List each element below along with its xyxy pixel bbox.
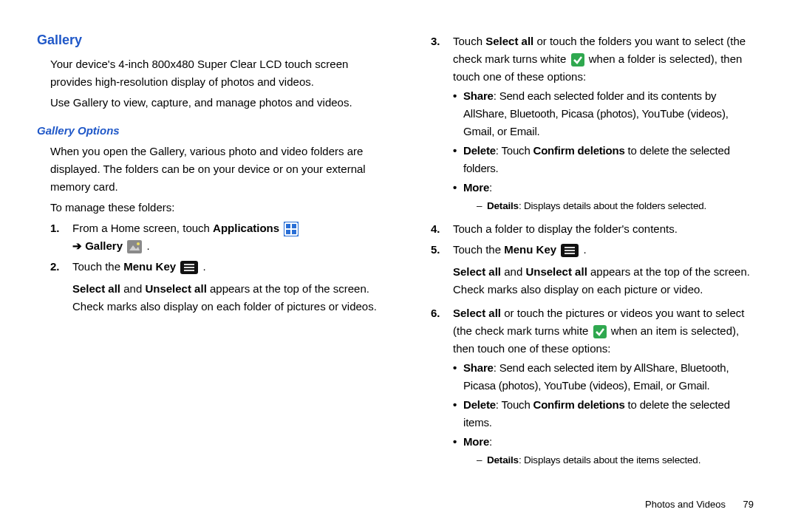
right-column: 3. Touch Select all or touch the folders… [417,30,761,510]
arrow-symbol: ➔ [72,239,85,252]
step-3: 3. Touch Select all or touch the folders… [417,33,761,217]
confirm-deletions-3: Confirm deletions [533,144,625,157]
svg-rect-3 [286,230,290,234]
and-5: and [501,265,525,278]
step-1-period: . [143,239,149,252]
details-text-6: : Displays details about the items selec… [519,454,700,466]
step-1-body: From a Home screen, touch Applications ➔… [72,219,381,255]
gallery-intro-2: Use Gallery to view, capture, and manage… [50,94,381,112]
step-5-body: Touch the Menu Key . Select all and Unse… [453,241,761,301]
menu-key-icon [561,244,579,257]
step-1-text-a: From a Home screen, touch [72,222,213,234]
step-3-options: •Share: Send each selected folder and it… [453,87,761,216]
step-3-a: Touch [453,35,485,47]
confirm-deletions-6: Confirm deletions [533,398,625,411]
step-2-result: Select all and Unselect all appears at t… [72,280,381,316]
checkmark-icon [571,53,584,66]
gallery-icon [127,240,142,253]
step-4-body: Touch a folder to display the folder's c… [453,220,761,238]
more-label-6: More [463,435,489,448]
step-6-body: Select all or touch the pictures or vide… [453,304,761,471]
delete-label-3: Delete [463,144,496,157]
step-6: 6. Select all or touch the pictures or v… [417,304,761,471]
svg-rect-11 [184,270,194,271]
svg-rect-1 [286,224,290,228]
applications-label: Applications [213,222,279,234]
select-all-text: Select all [72,282,120,295]
svg-point-7 [137,242,140,245]
gallery-options-desc: When you open the Gallery, various photo… [50,143,381,196]
svg-rect-17 [593,325,607,338]
svg-rect-15 [565,250,575,251]
step-3-number: 3. [431,33,453,217]
delete-t1-3: : Touch [496,144,533,157]
step-5-a: Touch the [453,243,504,256]
gallery-options-heading: Gallery Options [37,122,381,140]
svg-rect-5 [127,240,142,253]
opt-delete-3: •Delete: Touch Confirm deletions to dele… [453,142,761,177]
step-3-select-all: Select all [485,35,533,47]
left-steps: 1. From a Home screen, touch Application… [37,219,381,318]
details-label-6: Details [487,454,519,466]
footer-section: Photos and Videos [645,499,726,510]
share-label-3: Share [463,89,494,102]
share-text-6: : Send each selected item by AllShare, B… [463,361,729,392]
menu-key-icon [180,261,198,274]
step-3-body: Touch Select all or touch the folders yo… [453,33,761,217]
footer-page-number: 79 [743,499,754,510]
step-6-number: 6. [431,304,453,471]
opt-more-3: •More: –Details: Displays details about … [453,179,761,216]
opt-share-6: •Share: Send each selected item by AllSh… [453,359,761,395]
manage-folders-lead: To manage these folders: [50,199,381,216]
right-steps: 3. Touch Select all or touch the folders… [417,33,761,471]
opt-share-3: •Share: Send each selected folder and it… [453,87,761,140]
applications-icon [284,222,299,236]
step-4-number: 4. [431,220,453,238]
details-text-3: : Displays details about the folders sel… [519,200,706,211]
more-sublist-3: –Details: Displays details about the fol… [477,198,761,214]
menu-key-label: Menu Key [123,260,176,273]
step-2-body: Touch the Menu Key . Select all and Unse… [72,258,381,318]
svg-rect-9 [184,264,194,265]
details-6: –Details: Displays details about the ite… [477,452,761,468]
more-sublist-6: –Details: Displays details about the ite… [477,452,761,468]
page-footer: Photos and Videos 79 [645,499,754,510]
svg-rect-10 [184,267,194,268]
delete-label-6: Delete [463,398,496,411]
step-5-period: . [580,243,586,256]
opt-more-6: •More: –Details: Displays details about … [453,433,761,470]
delete-t1-6: : Touch [496,398,533,411]
unselect-all-5: Unselect all [525,265,587,278]
step-4: 4. Touch a folder to display the folder'… [417,220,761,238]
details-label-3: Details [487,200,519,211]
svg-rect-2 [292,224,296,228]
left-column: Gallery Your device's 4-inch 800x480 Sup… [37,30,381,510]
select-all-5: Select all [453,265,501,278]
and-text: and [120,282,145,295]
gallery-intro-1: Your device's 4-inch 800x480 Super Clear… [50,55,381,91]
step-5-result: Select all and Unselect all appears at t… [453,263,761,299]
share-text-3: : Send each selected folder and its cont… [463,89,729,137]
step-6-select-all: Select all [453,307,501,319]
svg-rect-14 [565,247,575,248]
opt-delete-6: •Delete: Touch Confirm deletions to dele… [453,396,761,432]
manual-page: Gallery Your device's 4-inch 800x480 Sup… [0,0,798,532]
step-2-text-a: Touch the [72,260,123,273]
step-5: 5. Touch the Menu Key . Select all and U… [417,241,761,301]
step-2: 2. Touch the Menu Key . Select all and U… [37,258,381,318]
unselect-all-text: Unselect all [145,282,206,295]
step-2-number: 2. [50,258,72,318]
svg-rect-12 [571,53,584,66]
svg-rect-4 [292,230,296,234]
share-label-6: Share [463,361,494,374]
details-3: –Details: Displays details about the fol… [477,198,761,214]
gallery-heading: Gallery [37,30,381,51]
step-5-number: 5. [431,241,453,301]
step-1: 1. From a Home screen, touch Application… [37,219,381,255]
menu-key-label-5: Menu Key [504,243,556,256]
more-label-3: More [463,181,489,194]
more-colon-3: : [489,181,492,194]
more-colon-6: : [489,435,492,448]
svg-rect-16 [565,253,575,254]
checkmark-icon [593,325,607,338]
